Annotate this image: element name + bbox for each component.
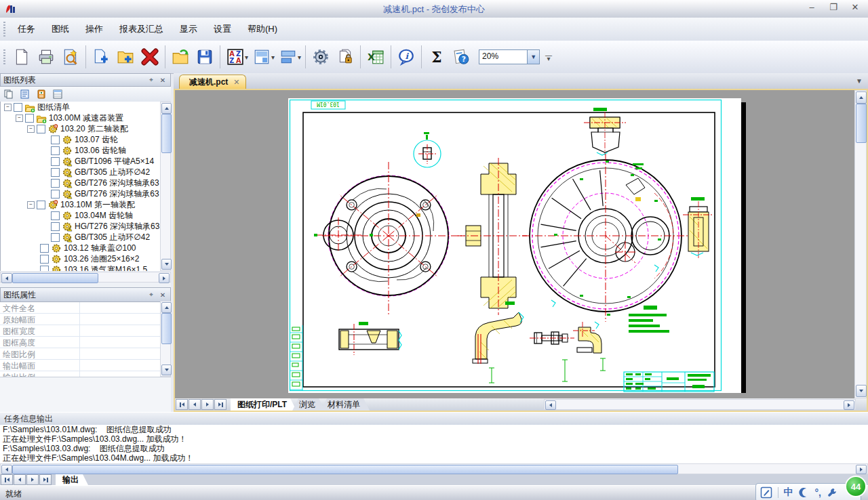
- tree-row[interactable]: GB/T276 深沟球轴承63: [1, 178, 161, 188]
- next-view-button[interactable]: [201, 399, 214, 410]
- last-view-button[interactable]: [214, 399, 226, 410]
- menu-operation[interactable]: 操作: [77, 20, 111, 38]
- minimize-button[interactable]: –: [806, 2, 818, 12]
- pin-icon[interactable]: ⌖: [146, 75, 156, 85]
- print-button[interactable]: [34, 43, 58, 70]
- tree-checkbox[interactable]: [51, 233, 60, 242]
- tree-row[interactable]: − 103.10M 第一轴装配: [1, 199, 161, 210]
- tree-checkbox[interactable]: [51, 157, 60, 166]
- pin-icon[interactable]: ⌖: [146, 290, 156, 299]
- output-horizontal-scrollbar[interactable]: [0, 463, 868, 474]
- close-panel-icon[interactable]: ✕: [158, 290, 167, 299]
- tree-checkbox[interactable]: [51, 136, 60, 144]
- open-button[interactable]: [168, 43, 193, 70]
- tree-row[interactable]: 103.06 齿轮轴: [1, 145, 161, 156]
- report-list-button[interactable]: [18, 88, 32, 100]
- toolbar-overflow-button[interactable]: —▾: [545, 54, 552, 60]
- tab-bom[interactable]: 材料清单: [321, 398, 370, 411]
- tree-row[interactable]: GB/T305 止动环∅42: [1, 167, 161, 178]
- zoom-dropdown-button[interactable]: ▼: [527, 50, 539, 64]
- tree-row[interactable]: − 图纸清单: [1, 102, 161, 112]
- tab-print-plt[interactable]: 图纸打印/PLT: [231, 398, 296, 411]
- tree-vertical-scrollbar[interactable]: [160, 102, 171, 271]
- tab-output[interactable]: 输出: [56, 474, 88, 485]
- tree-row[interactable]: 103.26 油圈25×16×2: [1, 253, 161, 264]
- tree-checkbox[interactable]: [40, 266, 49, 272]
- tree-checkbox[interactable]: [40, 255, 49, 264]
- tree-row[interactable]: 103.07 齿轮: [1, 134, 161, 145]
- tab-browse[interactable]: 浏览: [292, 398, 325, 411]
- tree-row[interactable]: − 103.20 第二轴装配: [1, 123, 161, 134]
- ime-wrench-icon[interactable]: [827, 487, 837, 498]
- new-task-button[interactable]: [9, 43, 34, 70]
- tree-row[interactable]: HG/T276 深沟球轴承63: [1, 221, 161, 232]
- sort-button[interactable]: A Z Z A: [223, 43, 248, 70]
- detail-view-button[interactable]: [51, 88, 64, 100]
- ime-input-icon[interactable]: [760, 486, 772, 499]
- menu-settings[interactable]: 设置: [205, 20, 239, 38]
- document-tab[interactable]: 减速机.pct ✕: [179, 75, 246, 89]
- tree-row[interactable]: GB/T1096 平键A5×14: [1, 156, 161, 167]
- ime-fullwidth-moon-icon[interactable]: [799, 487, 810, 498]
- tree-row[interactable]: 103.12 轴承盖∅100: [1, 243, 161, 253]
- info-button[interactable]: i: [394, 43, 418, 70]
- tree-checkbox[interactable]: [51, 211, 60, 220]
- tree-row[interactable]: GB/T276 深沟球轴承63: [1, 188, 161, 199]
- tree-checkbox[interactable]: [14, 103, 22, 112]
- layout-cascade-button[interactable]: [250, 43, 274, 70]
- prev-output-button[interactable]: [14, 474, 26, 485]
- tree-checkbox[interactable]: [25, 114, 34, 123]
- excel-report-button[interactable]: X: [363, 43, 388, 70]
- collapse-icon[interactable]: −: [27, 201, 35, 209]
- first-view-button[interactable]: [176, 399, 188, 410]
- first-output-button[interactable]: [1, 474, 13, 485]
- layout-cascade-caret[interactable]: ▾: [271, 54, 275, 61]
- print-preview-button[interactable]: [58, 43, 83, 70]
- batch-publish-button[interactable]: [333, 43, 357, 70]
- property-row[interactable]: 图框宽度: [0, 325, 171, 337]
- property-row[interactable]: 输出幅面: [0, 360, 171, 371]
- ime-punctuation-icon[interactable]: °,: [815, 487, 822, 498]
- tree-checkbox[interactable]: [37, 201, 45, 209]
- tree-checkbox[interactable]: [40, 244, 49, 253]
- menu-view[interactable]: 显示: [172, 20, 205, 38]
- restore-button[interactable]: ❐: [827, 2, 840, 12]
- toolbar-grip[interactable]: [3, 49, 5, 64]
- help-button[interactable]: ?: [449, 43, 473, 70]
- summary-button[interactable]: Σ: [425, 43, 449, 70]
- menubar-grip[interactable]: [3, 22, 5, 37]
- settings-button[interactable]: [309, 43, 333, 70]
- collapse-icon[interactable]: −: [27, 125, 35, 133]
- menu-report[interactable]: 报表及汇总: [111, 20, 172, 38]
- last-output-button[interactable]: [39, 474, 52, 485]
- output-log[interactable]: F:\Samples\103.01M.dwg: 图纸信息提取成功 正在处理文件F…: [0, 425, 868, 464]
- prev-view-button[interactable]: [189, 399, 201, 410]
- collapse-icon[interactable]: −: [4, 104, 12, 111]
- properties-vertical-scrollbar[interactable]: [160, 301, 171, 377]
- document-horizontal-scrollbar[interactable]: [544, 399, 856, 410]
- document-vertical-scrollbar[interactable]: [854, 90, 867, 398]
- layout-tile-button[interactable]: [276, 43, 300, 70]
- menu-sheet[interactable]: 图纸: [43, 20, 77, 38]
- ime-chinese-mode[interactable]: 中: [784, 486, 793, 499]
- layout-tile-caret[interactable]: ▾: [298, 54, 301, 61]
- property-row[interactable]: 原始幅面: [0, 314, 171, 325]
- property-row[interactable]: 绘图比例: [0, 348, 171, 360]
- notification-badge[interactable]: 44: [845, 476, 867, 497]
- copy-list-button[interactable]: [2, 88, 16, 100]
- zoom-combobox[interactable]: 20% ▼: [479, 49, 540, 64]
- tree-row[interactable]: 103.16 透气塞M16×1.5: [1, 264, 161, 271]
- close-button[interactable]: ✕: [849, 2, 861, 12]
- add-drawing-button[interactable]: [89, 43, 113, 70]
- menu-task[interactable]: 任务: [9, 20, 43, 38]
- drawing-canvas[interactable]: 103.01M: [175, 90, 854, 398]
- tree-checkbox[interactable]: [51, 168, 60, 177]
- menu-help[interactable]: 帮助(H): [239, 20, 285, 38]
- tree-row[interactable]: − 103.00M 减速器装置: [1, 112, 161, 123]
- tree-checkbox[interactable]: [51, 146, 60, 155]
- sort-dropdown-caret[interactable]: ▾: [245, 54, 248, 61]
- tab-list-dropdown[interactable]: ▼: [856, 77, 863, 85]
- tree-row[interactable]: 103.04M 齿轮轴: [1, 210, 161, 221]
- tree-checkbox[interactable]: [51, 222, 60, 231]
- next-output-button[interactable]: [26, 474, 39, 485]
